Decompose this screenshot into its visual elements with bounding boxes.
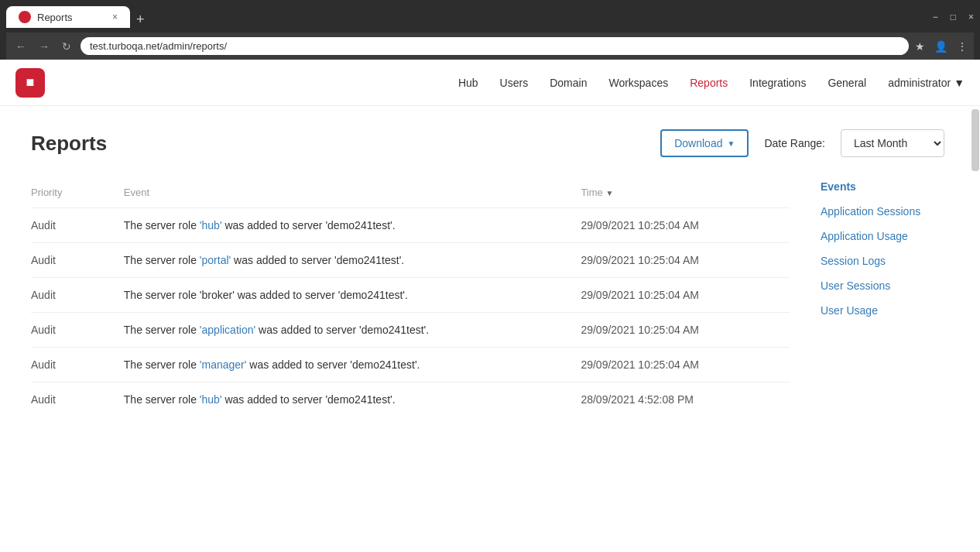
row-time: 29/09/2021 10:25:04 AM (581, 243, 790, 278)
nav-integrations[interactable]: Integrations (749, 77, 806, 89)
menu-icon[interactable]: ⋮ (957, 40, 968, 53)
page-title: Reports (31, 132, 645, 156)
col-time[interactable]: Time ▼ (581, 180, 790, 208)
profile-icon[interactable]: 👤 (934, 40, 947, 53)
row-event: The server role 'portal' was added to se… (124, 243, 581, 278)
date-range-select[interactable]: Today Last Week Last Month Last 3 Months… (841, 129, 944, 157)
col-event: Event (124, 180, 581, 208)
new-tab-button[interactable]: + (130, 12, 151, 28)
row-event: The server role 'hub' was added to serve… (124, 382, 581, 417)
browser-tabs: Reports × + (6, 6, 151, 28)
sidebar-item-user-usage[interactable]: User Usage (821, 304, 944, 317)
row-time: 29/09/2021 10:25:04 AM (581, 313, 790, 348)
download-button[interactable]: Download ▼ (660, 129, 749, 157)
tab-close-button[interactable]: × (112, 12, 118, 22)
event-link[interactable]: 'application' (200, 324, 255, 336)
maximize-button[interactable]: □ (951, 12, 956, 22)
event-link[interactable]: 'hub' (200, 219, 222, 231)
row-event: The server role 'application' was added … (124, 313, 581, 348)
nav-hub[interactable]: Hub (458, 77, 478, 89)
event-link[interactable]: 'hub' (200, 393, 222, 406)
download-dropdown-arrow: ▼ (727, 139, 735, 148)
row-time: 28/09/2021 4:52:08 PM (581, 382, 790, 417)
table-row: Audit The server role 'broker' was added… (31, 278, 790, 313)
row-event: The server role 'hub' was added to serve… (124, 208, 581, 243)
admin-dropdown[interactable]: administrator ▼ (888, 77, 965, 89)
table-row: Audit The server role 'application' was … (31, 313, 790, 348)
sidebar-item-user-sessions[interactable]: User Sessions (821, 279, 944, 292)
sidebar-item-events[interactable]: Events (821, 180, 944, 193)
browser-chrome: Reports × + − □ × ← → ↻ ★ 👤 ⋮ (0, 0, 980, 60)
address-bar[interactable] (81, 37, 909, 55)
sidebar-item-application-usage[interactable]: Application Usage (821, 230, 944, 242)
app-nav: Hub Users Domain Workspaces Reports Inte… (458, 77, 965, 89)
row-event: The server role 'broker' was added to se… (124, 278, 581, 313)
refresh-button[interactable]: ↻ (59, 39, 74, 54)
admin-dropdown-arrow: ▼ (954, 77, 965, 89)
forward-button[interactable]: → (36, 39, 53, 54)
nav-domain[interactable]: Domain (550, 77, 587, 89)
row-time: 29/09/2021 10:25:04 AM (581, 208, 790, 243)
event-link[interactable]: 'portal' (200, 254, 231, 266)
row-priority: Audit (31, 243, 124, 278)
page-content: Reports Download ▼ Date Range: Today Las… (0, 106, 975, 440)
browser-titlebar: Reports × + − □ × (6, 6, 974, 28)
minimize-button[interactable]: − (933, 12, 938, 22)
row-priority: Audit (31, 313, 124, 348)
sidebar-nav: Events Application Sessions Application … (821, 180, 944, 417)
table-row: Audit The server role 'manager' was adde… (31, 348, 790, 382)
close-window-button[interactable]: × (968, 12, 974, 22)
window-controls: − □ × (933, 12, 974, 22)
report-table: Priority Event Time ▼ Audit The server r… (31, 180, 790, 417)
app-header: ■ Hub Users Domain Workspaces Reports In… (0, 60, 980, 106)
row-priority: Audit (31, 382, 124, 417)
table-row: Audit The server role 'hub' was added to… (31, 208, 790, 243)
nav-users[interactable]: Users (500, 77, 529, 89)
browser-tab-active[interactable]: Reports × (6, 6, 130, 28)
tab-favicon (19, 11, 31, 23)
table-body: Audit The server role 'hub' was added to… (31, 208, 790, 417)
table-section: Priority Event Time ▼ Audit The server r… (31, 180, 790, 417)
browser-addressbar: ← → ↻ ★ 👤 ⋮ (6, 33, 974, 60)
download-label: Download (674, 137, 722, 149)
nav-reports[interactable]: Reports (690, 77, 728, 89)
back-button[interactable]: ← (12, 39, 29, 54)
sidebar-item-application-sessions[interactable]: Application Sessions (821, 205, 944, 218)
page-header: Reports Download ▼ Date Range: Today Las… (31, 129, 944, 157)
col-priority: Priority (31, 180, 124, 208)
row-time: 29/09/2021 10:25:04 AM (581, 348, 790, 382)
bookmark-icon[interactable]: ★ (915, 40, 925, 53)
row-event: The server role 'manager' was added to s… (124, 348, 581, 382)
row-time: 29/09/2021 10:25:04 AM (581, 278, 790, 313)
date-range-label: Date Range: (764, 137, 825, 149)
address-bar-actions: ★ 👤 ⋮ (915, 40, 968, 53)
logo-icon: ■ (26, 74, 35, 91)
nav-general[interactable]: General (828, 77, 866, 89)
row-priority: Audit (31, 348, 124, 382)
table-header: Priority Event Time ▼ (31, 180, 790, 208)
tab-title: Reports (37, 12, 73, 23)
nav-workspaces[interactable]: Workspaces (608, 77, 668, 89)
admin-label: administrator (888, 77, 951, 89)
table-row: Audit The server role 'portal' was added… (31, 243, 790, 278)
row-priority: Audit (31, 278, 124, 313)
sidebar-item-session-logs[interactable]: Session Logs (821, 255, 944, 267)
event-link[interactable]: 'manager' (200, 358, 247, 371)
app-logo[interactable]: ■ (15, 68, 45, 98)
sort-arrow-time: ▼ (605, 189, 613, 197)
main-layout: Priority Event Time ▼ Audit The server r… (31, 180, 944, 417)
table-row: Audit The server role 'hub' was added to… (31, 382, 790, 417)
row-priority: Audit (31, 208, 124, 243)
